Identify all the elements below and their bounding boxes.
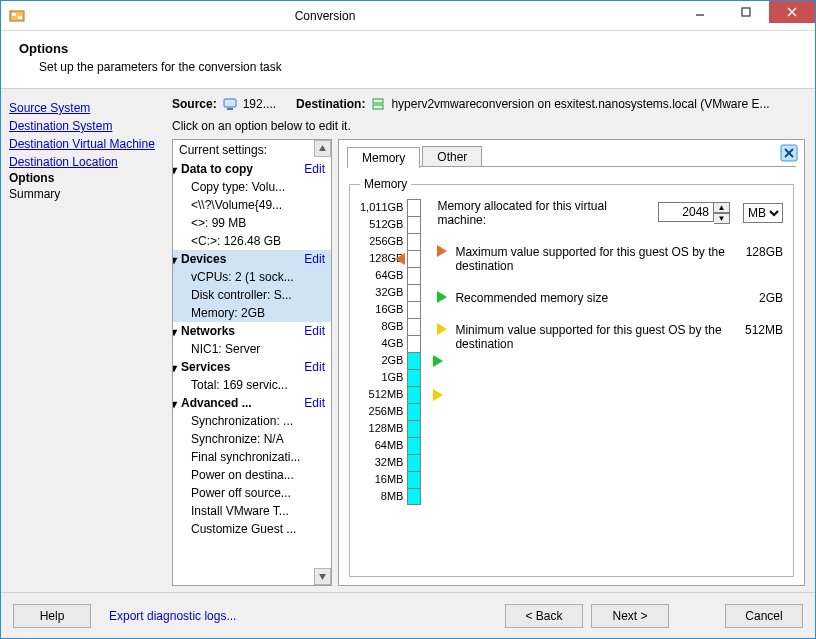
- tab-other[interactable]: Other: [422, 146, 482, 167]
- help-button[interactable]: Help: [13, 604, 91, 628]
- tree-item[interactable]: <>: 99 MB: [173, 214, 331, 232]
- cancel-button[interactable]: Cancel: [725, 604, 803, 628]
- gauge-cell: [407, 233, 421, 250]
- edit-link[interactable]: Edit: [304, 324, 325, 338]
- edit-link[interactable]: Edit: [304, 396, 325, 410]
- minimize-button[interactable]: [677, 1, 723, 23]
- legend-value: 128GB: [746, 245, 783, 259]
- computer-icon: [223, 97, 237, 111]
- close-button[interactable]: [769, 1, 815, 23]
- maximize-button[interactable]: [723, 1, 769, 23]
- panel-close-icon[interactable]: [780, 144, 798, 162]
- gauge-tick-label: 4GB: [360, 335, 403, 352]
- memory-legend-row: Minimum value supported for this guest O…: [437, 323, 783, 351]
- edit-link[interactable]: Edit: [304, 360, 325, 374]
- panels: Current settings: ▾Data to copyEditCopy …: [172, 139, 805, 586]
- yellow-marker-icon: [433, 389, 443, 401]
- tree-item[interactable]: Synchronize: N/A: [173, 430, 331, 448]
- edit-link[interactable]: Edit: [304, 252, 325, 266]
- edit-link[interactable]: Edit: [304, 162, 325, 176]
- svg-marker-11: [319, 145, 326, 151]
- page-title: Options: [19, 41, 797, 56]
- destination-value: hyperv2vmwareconversion on esxitest.nano…: [391, 97, 769, 111]
- tree-item[interactable]: Power on destina...: [173, 466, 331, 484]
- gauge-tick-label: 64GB: [360, 267, 403, 284]
- wizard-step-0[interactable]: Source System: [9, 99, 158, 117]
- svg-rect-9: [373, 99, 383, 103]
- gauge-cell: [407, 403, 421, 420]
- tree-item[interactable]: Copy type: Volu...: [173, 178, 331, 196]
- spin-down-button[interactable]: ▼: [714, 213, 730, 224]
- page-header: Options Set up the parameters for the co…: [1, 31, 815, 89]
- tab-memory[interactable]: Memory: [347, 147, 420, 168]
- gauge-tick-label: 256GB: [360, 233, 403, 250]
- tree-item[interactable]: <\\?\Volume{49...: [173, 196, 331, 214]
- tree-group-1[interactable]: ▾DevicesEdit: [173, 250, 331, 268]
- tree-item[interactable]: Memory: 2GB: [173, 304, 331, 322]
- detail-panel: Memory Other Memory 1,011GB512GB256GB128…: [338, 139, 805, 586]
- tree-item[interactable]: vCPUs: 2 (1 sock...: [173, 268, 331, 286]
- gauge-cell: [407, 284, 421, 301]
- tree-item[interactable]: Customize Guest ...: [173, 520, 331, 538]
- gauge-tick-label: 128MB: [360, 420, 403, 437]
- gauge-tick-label: 8MB: [360, 488, 403, 505]
- wizard-step-1[interactable]: Destination System: [9, 117, 158, 135]
- legend-value: 2GB: [759, 291, 783, 305]
- tree-item[interactable]: Install VMware T...: [173, 502, 331, 520]
- gauge-tick-label: 32GB: [360, 284, 403, 301]
- memory-fieldset: Memory 1,011GB512GB256GB128GB64GB32GB16G…: [349, 177, 794, 577]
- server-icon: [371, 97, 385, 111]
- gauge-bar[interactable]: [407, 199, 421, 505]
- tree-item[interactable]: Synchronization: ...: [173, 412, 331, 430]
- gauge-cell: [407, 267, 421, 284]
- tree-group-0[interactable]: ▾Data to copyEdit: [173, 160, 331, 178]
- spin-up-button[interactable]: ▲: [714, 202, 730, 213]
- source-destination-bar: Source: 192.... Destination: hyperv2vmwa…: [172, 97, 805, 111]
- memory-unit-select[interactable]: MB: [743, 203, 783, 223]
- tree-group-3[interactable]: ▾ServicesEdit: [173, 358, 331, 376]
- wizard-step-2[interactable]: Destination Virtual Machine: [9, 135, 158, 153]
- tree-item[interactable]: Total: 169 servic...: [173, 376, 331, 394]
- gauge-tick-label: 8GB: [360, 318, 403, 335]
- scroll-down-button[interactable]: [314, 568, 331, 585]
- footer: Help Export diagnostic logs... < Back Ne…: [1, 592, 815, 638]
- tree-item[interactable]: NIC1: Server: [173, 340, 331, 358]
- settings-tree[interactable]: Current settings: ▾Data to copyEditCopy …: [172, 139, 332, 586]
- gauge-tick-label: 512MB: [360, 386, 403, 403]
- source-value: 192....: [243, 97, 276, 111]
- back-button[interactable]: < Back: [505, 604, 583, 628]
- export-logs-link[interactable]: Export diagnostic logs...: [109, 609, 236, 623]
- gauge-cell: [407, 471, 421, 488]
- svg-rect-7: [224, 99, 236, 107]
- legend-text: Maximum value supported for this guest O…: [455, 245, 731, 273]
- alloc-label: Memory allocated for this virtual machin…: [437, 199, 648, 227]
- tree-group-4[interactable]: ▾Advanced ...Edit: [173, 394, 331, 412]
- tree-group-2[interactable]: ▾NetworksEdit: [173, 322, 331, 340]
- wizard-step-3[interactable]: Destination Location: [9, 153, 158, 171]
- tabs: Memory Other: [347, 146, 796, 167]
- tree-item[interactable]: Final synchronizati...: [173, 448, 331, 466]
- gauge-cell: [407, 488, 421, 505]
- wizard-step-4: Options: [9, 171, 158, 185]
- next-button[interactable]: Next >: [591, 604, 669, 628]
- memory-spinner[interactable]: ▲ ▼: [658, 202, 730, 224]
- tree-item[interactable]: <C:>: 126.48 GB: [173, 232, 331, 250]
- window-title: Conversion: [0, 9, 677, 23]
- gauge-tick-label: 2GB: [360, 352, 403, 369]
- memory-legend: Memory: [360, 177, 411, 191]
- gauge-cell: [407, 216, 421, 233]
- gauge-tick-label: 256MB: [360, 403, 403, 420]
- gauge-tick-label: 512GB: [360, 216, 403, 233]
- memory-info: Memory allocated for this virtual machin…: [437, 199, 783, 566]
- svg-rect-4: [742, 8, 750, 16]
- legend-text: Minimum value supported for this guest O…: [455, 323, 731, 351]
- gauge-cell: [407, 386, 421, 403]
- legend-value: 512MB: [745, 323, 783, 337]
- tree-item[interactable]: Disk controller: S...: [173, 286, 331, 304]
- memory-value-input[interactable]: [658, 202, 714, 222]
- gauge-tick-label: 16GB: [360, 301, 403, 318]
- scroll-up-button[interactable]: [314, 140, 331, 157]
- tree-item[interactable]: Power off source...: [173, 484, 331, 502]
- source-label: Source:: [172, 97, 217, 111]
- gauge-cell: [407, 199, 421, 216]
